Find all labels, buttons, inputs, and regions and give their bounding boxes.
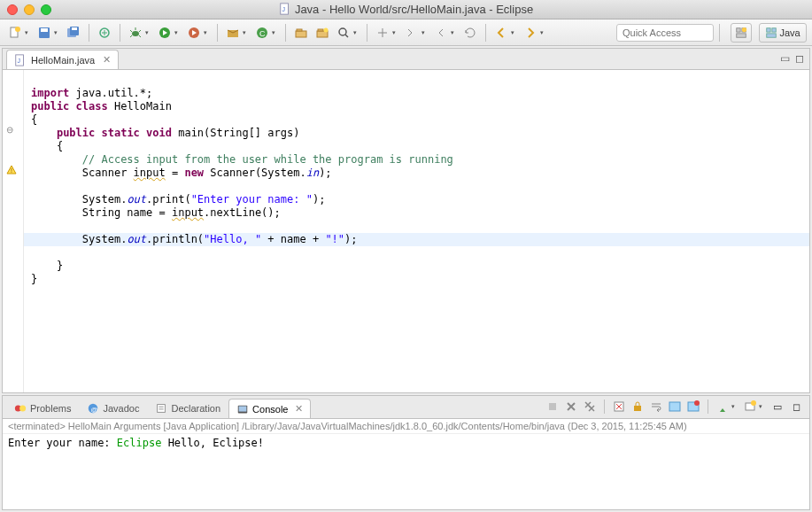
open-folder-button[interactable] (313, 23, 332, 43)
show-console-on-err-button[interactable] (685, 399, 701, 415)
svg-rect-26 (767, 27, 770, 31)
search-button[interactable] (334, 23, 353, 43)
java-perspective-button[interactable]: Java (759, 23, 807, 43)
svg-rect-27 (772, 27, 776, 31)
svg-rect-42 (669, 402, 680, 411)
javadoc-icon: @ (87, 402, 99, 415)
pin-console-button[interactable] (715, 399, 731, 415)
svg-text:C: C (259, 29, 266, 38)
remove-all-button[interactable] (582, 399, 598, 415)
minimize-view-icon[interactable]: ▭ (780, 52, 790, 65)
show-console-on-out-button[interactable] (667, 399, 683, 415)
debug-dropdown[interactable]: ▾ (145, 29, 151, 36)
editor-ruler[interactable]: ⊖ ! (3, 70, 24, 392)
java-file-icon: J (14, 54, 27, 66)
problems-icon (14, 402, 27, 415)
new-dropdown[interactable]: ▾ (25, 29, 30, 36)
svg-point-46 (751, 400, 756, 406)
svg-point-25 (742, 27, 746, 31)
display-selected-button[interactable] (742, 399, 758, 415)
terminate-button[interactable] (545, 399, 561, 415)
tab-declaration[interactable]: Declaration (147, 399, 228, 418)
tab-javadoc[interactable]: @Javadoc (79, 399, 147, 418)
run-last-dropdown[interactable]: ▾ (204, 29, 209, 36)
save-button[interactable] (35, 23, 54, 43)
new-class-dropdown[interactable]: ▾ (272, 29, 277, 36)
next-annotation-button[interactable] (402, 23, 421, 43)
svg-text:J: J (18, 57, 21, 63)
svg-rect-38 (239, 406, 247, 411)
run-dropdown[interactable]: ▾ (174, 29, 180, 36)
maximize-view-icon[interactable]: ◻ (795, 52, 804, 65)
window-title: JJava - Hello World/src/HelloMain.java -… (0, 3, 812, 16)
declaration-icon (155, 402, 167, 415)
new-button[interactable] (5, 23, 25, 43)
svg-rect-41 (634, 406, 641, 411)
svg-point-10 (132, 31, 139, 36)
svg-rect-17 (297, 29, 302, 31)
svg-rect-28 (767, 33, 777, 36)
clear-console-button[interactable] (611, 399, 627, 415)
prev-annotation-button[interactable] (431, 23, 451, 43)
svg-text:!: ! (11, 167, 12, 174)
console-meta: <terminated> HelloMain Arguments [Java A… (3, 419, 809, 434)
bottom-tab-row: Problems @Javadoc Declaration Console✕ ▾… (3, 396, 809, 419)
save-dropdown[interactable]: ▾ (54, 29, 59, 36)
svg-rect-22 (737, 27, 740, 31)
close-tab-icon[interactable]: ✕ (295, 403, 303, 415)
open-type-button[interactable] (95, 23, 114, 43)
code-editor[interactable]: import java.util.*; public class HelloMa… (24, 70, 809, 392)
run-button[interactable] (155, 23, 174, 43)
svg-rect-36 (158, 405, 166, 413)
svg-point-21 (339, 28, 346, 35)
new-package-dropdown[interactable]: ▾ (243, 29, 248, 36)
remove-launch-button[interactable] (563, 399, 579, 415)
svg-text:J: J (282, 6, 285, 12)
svg-rect-39 (549, 403, 556, 410)
editor-tab-label: HelloMain.java (31, 55, 95, 66)
new-class-button[interactable]: C (252, 23, 272, 43)
close-tab-icon[interactable]: ✕ (103, 54, 111, 66)
bottom-pane: Problems @Javadoc Declaration Console✕ ▾… (2, 395, 810, 510)
scroll-lock-button[interactable] (630, 399, 646, 415)
maximize-bottom-icon[interactable]: ◻ (788, 399, 804, 415)
toggle-mark-button[interactable] (373, 23, 392, 43)
fold-toggle-icon[interactable]: ⊖ (6, 125, 13, 135)
search-dropdown[interactable]: ▾ (353, 29, 359, 36)
svg-point-33 (19, 406, 26, 412)
open-task-button[interactable] (291, 23, 311, 43)
new-package-button[interactable] (223, 23, 243, 43)
minimize-window-button[interactable] (24, 4, 35, 15)
tab-console[interactable]: Console✕ (228, 399, 311, 418)
save-all-button[interactable] (64, 23, 83, 43)
word-wrap-button[interactable] (648, 399, 664, 415)
svg-rect-0 (281, 4, 289, 14)
main-toolbar: ▾ ▾ ▾ ▾ ▾ ▾ C▾ ▾ ▾ ▾ ▾ ▾ ▾ Java (0, 19, 812, 46)
warning-marker-icon[interactable]: ! (6, 165, 17, 177)
traffic-lights (7, 4, 51, 15)
forward-button[interactable] (521, 23, 540, 43)
svg-text:@: @ (91, 406, 98, 414)
close-window-button[interactable] (7, 4, 18, 15)
svg-rect-5 (41, 28, 48, 32)
console-output[interactable]: Enter your name: Eclipse Hello, Eclipse! (3, 434, 809, 509)
zoom-window-button[interactable] (41, 4, 51, 15)
svg-rect-19 (318, 29, 323, 31)
run-last-button[interactable] (184, 23, 204, 43)
editor-tab-hellomain[interactable]: J HelloMain.java ✕ (6, 50, 119, 69)
svg-point-3 (15, 27, 20, 32)
svg-rect-16 (296, 31, 306, 37)
last-edit-button[interactable] (460, 23, 480, 43)
editor-tab-row: J HelloMain.java ✕ ▭ ◻ (3, 49, 809, 70)
back-button[interactable] (491, 23, 511, 43)
tab-problems[interactable]: Problems (6, 399, 79, 418)
minimize-bottom-icon[interactable]: ▭ (769, 399, 785, 415)
svg-rect-24 (737, 33, 746, 36)
console-icon (236, 403, 249, 415)
window-titlebar: JJava - Hello World/src/HelloMain.java -… (0, 0, 812, 19)
java-file-icon: J (279, 3, 291, 15)
quick-access-input[interactable] (616, 24, 714, 42)
debug-button[interactable] (126, 23, 145, 43)
open-perspective-button[interactable] (731, 23, 752, 43)
svg-point-20 (324, 27, 329, 32)
